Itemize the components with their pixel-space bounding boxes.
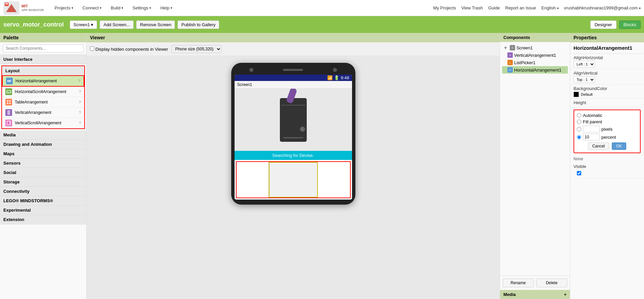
- horizontal-help-icon[interactable]: ?: [78, 79, 80, 83]
- comp-item-screen1[interactable]: ▼ S Screen1: [502, 44, 568, 51]
- fill-parent-radio[interactable]: [577, 120, 581, 124]
- cancel-button[interactable]: Cancel: [588, 142, 609, 150]
- delete-button[interactable]: Delete: [536, 279, 567, 287]
- bg-color-value: Default: [574, 92, 641, 97]
- fill-parent-label: Fill parent: [583, 119, 602, 124]
- screen1-dropdown[interactable]: Screen1 ▾: [70, 20, 97, 29]
- horizontal1-label: HorizontalArrangement1: [514, 68, 561, 73]
- bg-color-swatch[interactable]: [574, 92, 579, 97]
- align-vertical-value: Top : 1: [574, 76, 641, 83]
- report-issue-link[interactable]: Report an Issue: [505, 5, 536, 10]
- status-time: 9:48: [341, 75, 349, 80]
- align-horizontal-value: Left : 1: [574, 61, 641, 68]
- phone-speaker: [283, 69, 303, 71]
- palette-section-sensors[interactable]: Sensors: [0, 159, 86, 168]
- guide-link[interactable]: Guide: [488, 5, 500, 10]
- align-horizontal-select[interactable]: Left : 1: [574, 61, 595, 68]
- horizontal-arrangement-icon: [6, 78, 13, 84]
- components-tree: ▼ S Screen1 V VerticalArrangement1 L Lis…: [500, 42, 570, 275]
- prop-none-label: None: [570, 155, 644, 163]
- svg-rect-11: [9, 100, 11, 102]
- screen1-icon: S: [510, 45, 515, 50]
- display-hidden-checkbox[interactable]: [90, 46, 94, 51]
- palette-section-layout[interactable]: Layout: [2, 66, 84, 75]
- palette-section-lego[interactable]: LEGO® MINDSTORMS®: [0, 196, 86, 206]
- phone-size-select[interactable]: Phone size (505,320): [171, 45, 221, 53]
- ok-button[interactable]: OK: [612, 142, 626, 150]
- svg-rect-12: [7, 102, 8, 104]
- palette-section-extension[interactable]: Extension: [0, 215, 86, 224]
- listpicker1-label: ListPicker1: [514, 60, 536, 65]
- palette-section-maps[interactable]: Maps: [0, 149, 86, 159]
- palette-item-vertical-scroll[interactable]: VerticalScrollArrangement ?: [2, 118, 84, 128]
- rename-button[interactable]: Rename: [503, 279, 534, 287]
- designer-button[interactable]: Designer: [590, 20, 616, 29]
- blocks-button[interactable]: Blocks: [619, 20, 641, 29]
- table-arrangement-label: TableArrangement: [15, 100, 76, 104]
- pixels-label: pixels: [601, 127, 612, 132]
- screen1-collapse-icon[interactable]: ▼: [503, 45, 508, 50]
- pixels-radio[interactable]: [577, 127, 581, 131]
- horizontal-scroll-help-icon[interactable]: ?: [79, 90, 81, 94]
- media-expand-icon[interactable]: +: [564, 292, 566, 297]
- nav-help[interactable]: Help ▾: [158, 4, 174, 12]
- properties-panel: Properties HorizontalArrangement1 AlignH…: [570, 33, 644, 299]
- vertical-scroll-help-icon[interactable]: ?: [79, 121, 81, 125]
- nav-projects[interactable]: Projects ▾: [53, 4, 75, 12]
- viewer-controls: Display hidden components in Viewer Phon…: [87, 42, 500, 56]
- language-selector[interactable]: English ▾: [541, 5, 558, 10]
- palette-item-horizontal-scroll[interactable]: HorizontalScrollArrangement ?: [2, 87, 84, 97]
- nav-connect[interactable]: Connect ▾: [81, 4, 103, 12]
- phone-screen: 📶 🔋 9:48 Screen1: [235, 75, 352, 200]
- align-horizontal-label: AlignHorizontal: [574, 55, 641, 60]
- remove-screen-button[interactable]: Remove Screen: [136, 20, 175, 29]
- palette-section-drawing[interactable]: Drawing and Animation: [0, 140, 86, 149]
- nav-build[interactable]: Build ▾: [109, 4, 125, 12]
- component-actions: Rename Delete: [500, 275, 570, 290]
- viewer-title: Viewer: [87, 33, 500, 42]
- palette-item-table[interactable]: TableArrangement ?: [2, 97, 84, 108]
- layout-section-box: Layout HorizontalArrangement ? Horizonta…: [1, 66, 85, 129]
- height-dialog: Automatic Fill parent pixels percent Can…: [574, 110, 641, 153]
- palette-section-storage[interactable]: Storage: [0, 177, 86, 187]
- palette-section-user-interface[interactable]: User Interface: [0, 55, 86, 64]
- percent-input[interactable]: [583, 134, 600, 140]
- logo-text: MIT APP INVENTOR: [21, 4, 44, 12]
- horizontal-arrangement-label: HorizontalArrangement: [15, 79, 76, 83]
- pixels-input[interactable]: [583, 126, 600, 132]
- palette-section-media[interactable]: Media: [0, 130, 86, 140]
- percent-radio[interactable]: [577, 135, 581, 139]
- automatic-radio[interactable]: [577, 113, 581, 118]
- comp-item-horizontal1[interactable]: H HorizontalArrangement1: [502, 66, 568, 74]
- view-trash-link[interactable]: View Trash: [461, 5, 483, 10]
- phone-screen-label: Screen1: [235, 81, 352, 89]
- palette-section-social[interactable]: Social: [0, 168, 86, 177]
- publish-button[interactable]: Publish to Gallery: [178, 20, 219, 29]
- projects-chevron-icon: ▾: [71, 6, 73, 10]
- prop-visible: Visible: [570, 163, 644, 178]
- nav-settings[interactable]: Settings ▾: [131, 4, 153, 12]
- palette-item-vertical[interactable]: VerticalArrangement ?: [2, 108, 84, 118]
- app-logo: MIT APP INVENTOR: [3, 1, 44, 15]
- search-input[interactable]: [3, 44, 84, 52]
- my-projects-link[interactable]: My Projects: [433, 5, 456, 10]
- svg-rect-5: [7, 80, 9, 82]
- user-email[interactable]: vrushabhkrushnarao1999@gmail.com ▾: [564, 5, 641, 10]
- visible-checkbox[interactable]: [577, 171, 581, 175]
- arrangement-col-mid: [269, 162, 318, 198]
- comp-item-vertical1[interactable]: V VerticalArrangement1: [502, 51, 568, 59]
- palette-item-horizontal[interactable]: HorizontalArrangement ?: [2, 75, 84, 87]
- palette-section-experimental[interactable]: Experimental: [0, 206, 86, 215]
- horizontal-scroll-label: HorizontalScrollArrangement: [15, 89, 76, 94]
- visible-label: Visible: [574, 164, 641, 169]
- components-panel: Components ▼ S Screen1 V VerticalArrange…: [500, 33, 570, 299]
- table-help-icon[interactable]: ?: [79, 100, 81, 104]
- add-screen-button[interactable]: Add Screen...: [100, 20, 134, 29]
- align-vertical-select[interactable]: Top : 1: [574, 76, 595, 83]
- horizontal-arrangement-preview: [236, 161, 351, 198]
- palette-section-connectivity[interactable]: Connectivity: [0, 187, 86, 196]
- phone-content: Searching for Devise.: [235, 89, 352, 198]
- comp-item-listpicker1[interactable]: L ListPicker1: [502, 59, 568, 66]
- vertical-help-icon[interactable]: ?: [79, 111, 81, 115]
- vertical1-icon: V: [507, 52, 513, 58]
